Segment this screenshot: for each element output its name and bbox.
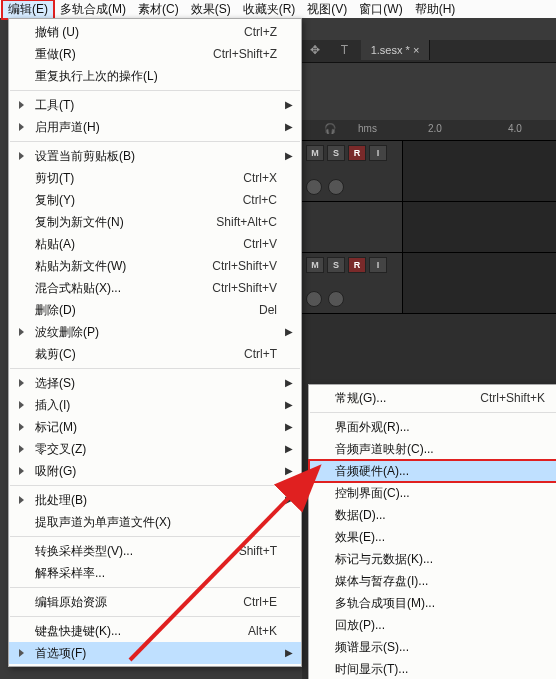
edit-menu-item[interactable]: 选择(S)▶ [9, 372, 301, 394]
menu-effects[interactable]: 效果(S) [185, 0, 237, 19]
edit-menu-item[interactable]: 提取声道为单声道文件(X) [9, 511, 301, 533]
pref-menu-item[interactable]: 数据(D)... [309, 504, 556, 526]
edit-menu-item[interactable]: 剪切(T)Ctrl+X [9, 167, 301, 189]
edit-menu-item[interactable]: 键盘快捷键(K)...Alt+K [9, 620, 301, 642]
edit-menu-item[interactable]: 工具(T)▶ [9, 94, 301, 116]
pan-knob[interactable] [328, 179, 344, 195]
menu-item-label: 重复执行上次的操作(L) [35, 68, 277, 85]
edit-menu-item[interactable]: 插入(I)▶ [9, 394, 301, 416]
menu-item-label: 吸附(G) [35, 463, 277, 480]
edit-menu-item[interactable]: 复制(Y)Ctrl+C [9, 189, 301, 211]
menu-favorites[interactable]: 收藏夹(R) [237, 0, 302, 19]
edit-menu-item[interactable]: 删除(D)Del [9, 299, 301, 321]
mute-button[interactable]: M [306, 145, 324, 161]
edit-menu-item[interactable]: 启用声道(H)▶ [9, 116, 301, 138]
submenu-indicator-icon [19, 328, 24, 336]
menu-separator [10, 616, 300, 617]
edit-menu-item[interactable]: 混合式粘贴(X)...Ctrl+Shift+V [9, 277, 301, 299]
menu-item-label: 选择(S) [35, 375, 277, 392]
menu-item-label: 解释采样率... [35, 565, 277, 582]
menu-separator [10, 141, 300, 142]
track-content[interactable] [402, 141, 556, 201]
track-content[interactable] [402, 202, 556, 252]
pan-knob[interactable] [328, 291, 344, 307]
menu-item-shortcut: Ctrl+E [243, 595, 277, 609]
menu-help[interactable]: 帮助(H) [409, 0, 462, 19]
edit-menu-item[interactable]: 粘贴(A)Ctrl+V [9, 233, 301, 255]
edit-menu-item[interactable]: 批处理(B)▶ [9, 489, 301, 511]
track-content[interactable] [402, 253, 556, 313]
pref-menu-item[interactable]: 音频硬件(A)... [309, 460, 556, 482]
pref-menu-item[interactable]: 音频声道映射(C)... [309, 438, 556, 460]
track-1: M S R I [302, 141, 556, 202]
menu-view[interactable]: 视图(V) [301, 0, 353, 19]
menubar: 编辑(E) 多轨合成(M) 素材(C) 效果(S) 收藏夹(R) 视图(V) 窗… [0, 0, 556, 18]
menu-item-label: 频谱显示(S)... [335, 639, 545, 656]
menu-item-label: 复制(Y) [35, 192, 219, 209]
volume-knob[interactable] [306, 291, 322, 307]
pref-menu-item[interactable]: 频谱显示(S)... [309, 636, 556, 658]
menu-item-label: 多轨合成项目(M)... [335, 595, 545, 612]
edit-menu-item[interactable]: 粘贴为新文件(W)Ctrl+Shift+V [9, 255, 301, 277]
edit-menu-dropdown: 撤销 (U)Ctrl+Z重做(R)Ctrl+Shift+Z重复执行上次的操作(L… [8, 18, 302, 667]
edit-menu-item[interactable]: 复制为新文件(N)Shift+Alt+C [9, 211, 301, 233]
edit-menu-item[interactable]: 解释采样率... [9, 562, 301, 584]
session-tab[interactable]: 1.sesx * × [361, 40, 431, 60]
edit-menu-item[interactable]: 标记(M)▶ [9, 416, 301, 438]
pref-menu-item[interactable]: 常规(G)...Ctrl+Shift+K [309, 387, 556, 409]
menu-item-label: 批处理(B) [35, 492, 277, 509]
edit-menu-item[interactable]: 转换采样类型(V)...Shift+T [9, 540, 301, 562]
pref-menu-item[interactable]: 标记与元数据(K)... [309, 548, 556, 570]
menu-multitrack[interactable]: 多轨合成(M) [54, 0, 132, 19]
volume-knob[interactable] [306, 179, 322, 195]
edit-menu-item[interactable]: 撤销 (U)Ctrl+Z [9, 21, 301, 43]
edit-menu-item[interactable]: 重复执行上次的操作(L) [9, 65, 301, 87]
text-tool-icon[interactable]: T [335, 43, 353, 61]
pref-menu-item[interactable]: 时间显示(T)... [309, 658, 556, 679]
submenu-indicator-icon [19, 496, 24, 504]
edit-menu-item[interactable]: 首选项(F)▶ [9, 642, 301, 664]
menu-item-label: 转换采样类型(V)... [35, 543, 215, 560]
pref-menu-item[interactable]: 媒体与暂存盘(I)... [309, 570, 556, 592]
menu-separator [10, 90, 300, 91]
submenu-indicator-icon [19, 423, 24, 431]
menu-item-label: 音频硬件(A)... [335, 463, 545, 480]
menu-item-label: 提取声道为单声道文件(X) [35, 514, 277, 531]
record-arm-button[interactable]: R [348, 145, 366, 161]
pref-menu-item[interactable]: 效果(E)... [309, 526, 556, 548]
input-monitor-button[interactable]: I [369, 257, 387, 273]
move-tool-icon[interactable]: ✥ [306, 43, 324, 61]
menu-item-shortcut: Ctrl+C [243, 193, 277, 207]
menu-item-label: 标记(M) [35, 419, 277, 436]
edit-menu-item[interactable]: 波纹删除(P)▶ [9, 321, 301, 343]
menu-item-label: 时间显示(T)... [335, 661, 545, 678]
edit-menu-item[interactable]: 零交叉(Z)▶ [9, 438, 301, 460]
time-ruler[interactable]: hms 2.0 4.0 🎧 [302, 120, 556, 141]
menu-item-label: 音频声道映射(C)... [335, 441, 545, 458]
pref-menu-item[interactable]: 控制界面(C)... [309, 482, 556, 504]
menu-edit[interactable]: 编辑(E) [2, 0, 54, 19]
pref-menu-item[interactable]: 界面外观(R)... [309, 416, 556, 438]
headphones-icon[interactable]: 🎧 [324, 123, 336, 134]
edit-menu-item[interactable]: 吸附(G)▶ [9, 460, 301, 482]
pref-menu-item[interactable]: 多轨合成项目(M)... [309, 592, 556, 614]
solo-button[interactable]: S [327, 257, 345, 273]
record-arm-button[interactable]: R [348, 257, 366, 273]
input-monitor-button[interactable]: I [369, 145, 387, 161]
close-icon[interactable]: × [413, 44, 419, 56]
edit-menu-item[interactable]: 裁剪(C)Ctrl+T [9, 343, 301, 365]
menu-item-shortcut: Ctrl+X [243, 171, 277, 185]
mute-button[interactable]: M [306, 257, 324, 273]
menu-item-shortcut: Shift+Alt+C [216, 215, 277, 229]
menu-clip[interactable]: 素材(C) [132, 0, 185, 19]
menu-item-label: 混合式粘贴(X)... [35, 280, 188, 297]
pref-menu-item[interactable]: 回放(P)... [309, 614, 556, 636]
chevron-right-icon: ▶ [285, 99, 293, 110]
edit-menu-item[interactable]: 设置当前剪贴板(B)▶ [9, 145, 301, 167]
track-spacer [302, 202, 556, 253]
menu-item-shortcut: Ctrl+Shift+V [212, 259, 277, 273]
menu-window[interactable]: 窗口(W) [353, 0, 408, 19]
solo-button[interactable]: S [327, 145, 345, 161]
edit-menu-item[interactable]: 编辑原始资源Ctrl+E [9, 591, 301, 613]
edit-menu-item[interactable]: 重做(R)Ctrl+Shift+Z [9, 43, 301, 65]
